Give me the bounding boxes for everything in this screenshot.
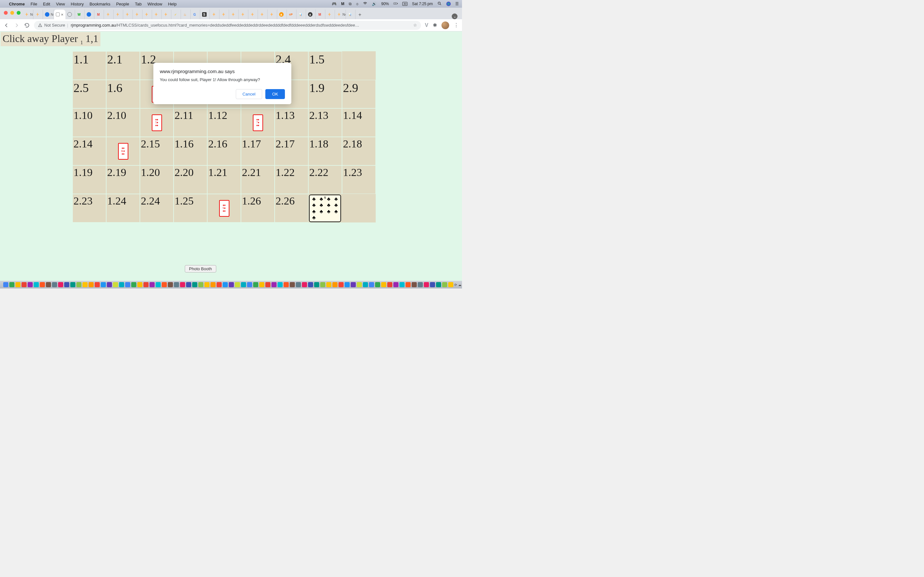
tab-1[interactable]: Ne bbox=[23, 10, 33, 19]
dock-app-icon[interactable] bbox=[144, 282, 149, 287]
dock-app-icon[interactable] bbox=[320, 282, 325, 287]
status-battery-icon[interactable] bbox=[393, 1, 398, 7]
status-date-icon[interactable]: 30 bbox=[402, 2, 407, 6]
dock-app-icon[interactable] bbox=[174, 282, 179, 287]
dock-app-icon[interactable] bbox=[259, 282, 264, 287]
grid-cell[interactable]: 2.23 bbox=[73, 194, 106, 222]
dock-app-icon[interactable] bbox=[162, 282, 167, 287]
menu-help[interactable]: Help bbox=[168, 2, 177, 6]
status-m-icon[interactable]: M bbox=[341, 2, 344, 6]
dock-app-icon[interactable] bbox=[15, 282, 21, 287]
grid-cell[interactable]: 1.22 bbox=[275, 165, 309, 194]
grid-cell[interactable]: 1.19 bbox=[73, 165, 106, 194]
dock-app-icon[interactable] bbox=[265, 282, 270, 287]
tab-overflow-button[interactable]: ⌄ bbox=[452, 13, 457, 19]
tab-34[interactable]: 📊 bbox=[346, 10, 355, 19]
grid-cell[interactable]: ♦♦9♦♦♦ bbox=[207, 194, 241, 222]
grid-cell[interactable]: 1.9 bbox=[309, 80, 342, 108]
dock-app-icon[interactable] bbox=[70, 282, 75, 287]
dock-app-icon[interactable] bbox=[405, 282, 411, 287]
dock-app-icon[interactable] bbox=[399, 282, 405, 287]
menu-window[interactable]: Window bbox=[147, 2, 162, 6]
tab-active[interactable]: × bbox=[54, 10, 65, 19]
extensions-icon[interactable]: ✱ bbox=[433, 22, 437, 28]
tab-7[interactable] bbox=[85, 10, 94, 19]
grid-cell[interactable]: ♦♦5♦♦♦ bbox=[140, 108, 174, 137]
grid-cell[interactable]: 2.26 bbox=[275, 194, 309, 222]
dock-app-icon[interactable] bbox=[3, 282, 8, 287]
dock-app-icon[interactable] bbox=[113, 282, 118, 287]
menu-people[interactable]: People bbox=[116, 2, 129, 6]
dock-app-icon[interactable] bbox=[302, 282, 307, 287]
dock-app-icon[interactable] bbox=[344, 282, 350, 287]
grid-cell[interactable] bbox=[342, 194, 376, 222]
tab-17[interactable]: ♨ bbox=[181, 10, 191, 19]
dock-app-icon[interactable] bbox=[95, 282, 100, 287]
window-close-button[interactable] bbox=[4, 11, 8, 15]
tab-19[interactable]: S bbox=[200, 10, 210, 19]
grid-cell[interactable]: 1.21 bbox=[207, 165, 241, 194]
tab-29[interactable]: 📊 bbox=[296, 10, 306, 19]
dock-app-icon[interactable] bbox=[82, 282, 87, 287]
menu-view[interactable]: View bbox=[56, 2, 65, 6]
dock-app-icon[interactable] bbox=[418, 282, 423, 287]
tab-16[interactable]: ✓ bbox=[171, 10, 181, 19]
grid-cell[interactable]: 1.24 bbox=[106, 194, 140, 222]
dock-app-icon[interactable] bbox=[326, 282, 331, 287]
address-bar[interactable]: Not Secure | rjmprogramming.com.au/HTMLC… bbox=[34, 21, 421, 30]
tab-30[interactable]: a bbox=[306, 10, 316, 19]
grid-cell[interactable]: 1.1 bbox=[73, 51, 106, 80]
tab-26[interactable] bbox=[268, 10, 277, 19]
dock-app-icon[interactable] bbox=[107, 282, 112, 287]
dock-app-icon[interactable] bbox=[369, 282, 374, 287]
grid-cell[interactable]: 2.9 bbox=[342, 80, 376, 108]
tab-2[interactable] bbox=[33, 10, 43, 19]
tab-10[interactable] bbox=[113, 10, 123, 19]
menu-tab[interactable]: Tab bbox=[135, 2, 142, 6]
dock-app-icon[interactable] bbox=[387, 282, 393, 287]
tab-12[interactable] bbox=[133, 10, 142, 19]
grid-cell[interactable]: ♦♦7♦♦♦ bbox=[241, 108, 275, 137]
grid-cell[interactable]: 2.20 bbox=[174, 165, 207, 194]
grid-cell[interactable]: 1.17 bbox=[241, 137, 275, 165]
tab-20[interactable] bbox=[210, 10, 220, 19]
dock-app-icon[interactable] bbox=[186, 282, 191, 287]
grid-cell[interactable]: 2.18 bbox=[342, 137, 376, 165]
tab-15[interactable] bbox=[162, 10, 171, 19]
grid-cell[interactable]: 2.17 bbox=[275, 137, 309, 165]
tab-33[interactable]: Ne bbox=[335, 10, 346, 19]
dock-app-icon[interactable] bbox=[21, 282, 27, 287]
grid-cell[interactable]: 1.20 bbox=[140, 165, 174, 194]
tab-5[interactable] bbox=[65, 10, 75, 19]
dock-app-icon[interactable] bbox=[436, 282, 441, 287]
tab-11[interactable] bbox=[123, 10, 133, 19]
grid-cell[interactable]: 1.23 bbox=[342, 165, 376, 194]
dock-app-icon[interactable] bbox=[46, 282, 51, 287]
menu-history[interactable]: History bbox=[71, 2, 83, 6]
dock-app-icon[interactable] bbox=[375, 282, 380, 287]
grid-cell[interactable]: ♦♦K♦♦♦ bbox=[106, 137, 140, 165]
dock-app-icon[interactable] bbox=[101, 282, 106, 287]
status-volume-icon[interactable]: 🔊 bbox=[372, 2, 376, 6]
tab-23[interactable] bbox=[239, 10, 248, 19]
status-bluetooth-icon[interactable]: ⌽ bbox=[356, 2, 359, 6]
new-tab-button[interactable]: + bbox=[355, 10, 365, 19]
grid-cell[interactable]: 1.26 bbox=[241, 194, 275, 222]
dock-app-icon[interactable] bbox=[64, 282, 69, 287]
playing-card-diamond[interactable]: ♦♦7♦♦♦ bbox=[253, 114, 263, 131]
dock-app-icon[interactable] bbox=[40, 282, 45, 287]
grid-cell[interactable]: 2.15 bbox=[140, 137, 174, 165]
tab-31[interactable]: M bbox=[316, 10, 325, 19]
tab-8[interactable]: M bbox=[94, 10, 104, 19]
dock-app-icon[interactable] bbox=[34, 282, 39, 287]
grid-cell[interactable]: 2.1 bbox=[106, 51, 140, 80]
grid-cell[interactable]: 2.22 bbox=[309, 165, 342, 194]
dock-app-icon[interactable] bbox=[192, 282, 197, 287]
dock-app-icon[interactable] bbox=[204, 282, 210, 287]
tab-close-icon[interactable]: × bbox=[61, 12, 63, 17]
dock-app-icon[interactable] bbox=[210, 282, 216, 287]
grid-cell[interactable]: 1.5 bbox=[309, 51, 342, 80]
tab-6[interactable]: W bbox=[75, 10, 85, 19]
dock-app-icon[interactable] bbox=[131, 282, 136, 287]
tab-14[interactable] bbox=[152, 10, 162, 19]
